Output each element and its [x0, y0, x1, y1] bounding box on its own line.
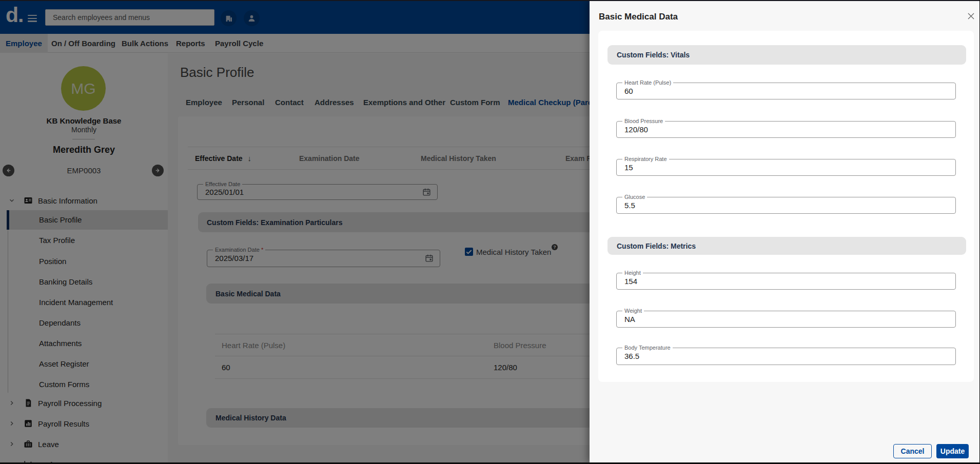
heart-rate-field[interactable]: Heart Rate (Pulse) 60	[616, 83, 956, 99]
drawer-card: Custom Fields: Vitals Heart Rate (Pulse)…	[598, 31, 974, 382]
glucose-field[interactable]: Glucose 5.5	[616, 197, 956, 214]
weight-value: NA	[617, 311, 955, 324]
glucose-value: 5.5	[617, 197, 955, 210]
drawer-title: Basic Medical Data	[599, 12, 678, 22]
close-icon[interactable]	[966, 11, 976, 21]
window-frame-top	[0, 0, 980, 1]
weight-field[interactable]: Weight NA	[616, 311, 956, 328]
height-field[interactable]: Height 154	[616, 273, 956, 290]
respiratory-rate-field[interactable]: Respiratory Rate 15	[616, 159, 956, 176]
app-window: d. Search employees and menus Employee O…	[0, 0, 980, 464]
drawer-section-metrics: Custom Fields: Metrics	[607, 237, 966, 255]
body-temperature-field[interactable]: Body Temperature 36.5	[616, 348, 956, 365]
drawer-section-vitals: Custom Fields: Vitals	[607, 45, 966, 65]
blood-pressure-field[interactable]: Blood Pressure 120/80	[616, 121, 956, 138]
height-value: 154	[617, 273, 955, 286]
cancel-button[interactable]: Cancel	[893, 444, 932, 458]
basic-medical-data-drawer: Basic Medical Data Custom Fields: Vitals…	[590, 1, 979, 462]
update-button[interactable]: Update	[936, 444, 969, 458]
blood-pressure-value: 120/80	[617, 122, 955, 134]
